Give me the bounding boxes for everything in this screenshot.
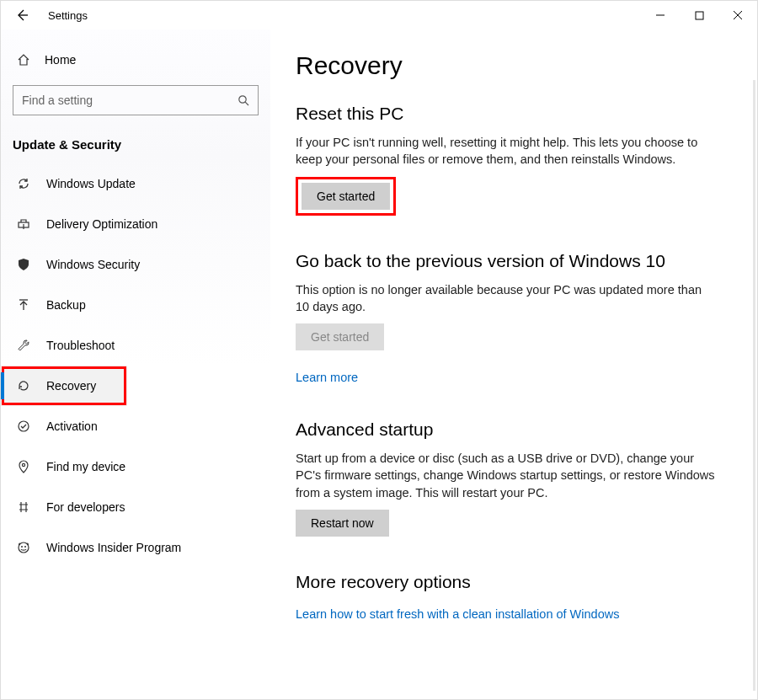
maximize-icon [695,11,704,20]
sidebar-item-label: Troubleshoot [46,339,115,352]
check-circle-icon [16,419,31,434]
svg-point-4 [22,463,24,466]
svg-point-6 [21,546,23,548]
sidebar-item-label: Activation [46,419,98,433]
sidebar-item-label: Recovery [46,379,96,393]
goback-desc: This option is no longer available becau… [296,281,717,316]
delivery-icon [16,216,31,232]
section-reset-this-pc: Reset this PC If your PC isn't running w… [296,104,732,216]
search-icon [238,94,249,106]
sidebar-item-windows-insider[interactable]: Windows Insider Program [1,527,270,568]
section-go-back: Go back to the previous version of Windo… [296,251,732,385]
arrow-left-icon [15,8,29,22]
shield-icon [16,257,31,272]
minimize-button[interactable] [641,1,680,29]
highlight-box: Get started [296,177,396,216]
sidebar-home[interactable]: Home [1,43,270,77]
wrench-icon [16,338,31,353]
advanced-heading: Advanced startup [296,419,732,440]
sidebar: Home Update & Security Windows Update De… [1,29,270,699]
reset-desc: If your PC isn't running well, resetting… [296,134,717,168]
goback-get-started-button: Get started [296,323,384,350]
sidebar-item-recovery[interactable]: Recovery [1,366,127,406]
svg-point-7 [24,546,26,548]
sidebar-item-windows-update[interactable]: Windows Update [1,163,270,204]
maximize-button[interactable] [680,1,718,29]
back-button[interactable] [13,6,31,24]
search-input[interactable] [22,94,238,107]
sidebar-item-label: Backup [46,298,86,312]
backup-icon [16,297,31,313]
sidebar-nav: Windows Update Delivery Optimization Win… [1,163,270,568]
sidebar-item-label: Windows Security [46,258,140,271]
sidebar-section-header: Update & Security [13,137,259,152]
content-pane[interactable]: Recovery Reset this PC If your PC isn't … [270,29,757,699]
search-box[interactable] [13,85,259,115]
recovery-icon [16,378,31,393]
titlebar: Settings [1,1,757,29]
sidebar-item-label: Windows Update [46,177,136,190]
sidebar-home-label: Home [45,53,76,67]
page-title: Recovery [296,51,732,80]
sidebar-item-label: Delivery Optimization [46,217,157,231]
sidebar-item-label: For developers [46,500,125,514]
window-controls [641,1,757,29]
sidebar-item-find-my-device[interactable]: Find my device [1,446,270,487]
window-title: Settings [48,9,88,22]
goback-learn-more-link[interactable]: Learn more [296,371,358,384]
reset-heading: Reset this PC [296,104,732,124]
settings-window: Settings Home [0,0,758,700]
developers-icon [16,500,31,515]
close-button[interactable] [718,1,757,29]
insider-icon [16,540,31,555]
close-icon [733,10,743,20]
more-recovery-link[interactable]: Learn how to start fresh with a clean in… [296,607,619,621]
svg-point-3 [19,421,29,431]
sidebar-item-label: Windows Insider Program [46,541,181,554]
minimize-icon [655,10,665,20]
section-advanced-startup: Advanced startup Start up from a device … [296,419,732,537]
sidebar-item-backup[interactable]: Backup [1,285,270,325]
section-more-recovery: More recovery options Learn how to start… [296,572,732,621]
advanced-desc: Start up from a device or disc (such as … [296,450,717,501]
window-body: Home Update & Security Windows Update De… [1,29,757,699]
location-icon [16,459,31,474]
refresh-icon [16,176,31,191]
sidebar-item-delivery-optimization[interactable]: Delivery Optimization [1,204,270,244]
sidebar-item-label: Find my device [46,460,125,473]
home-icon [16,52,31,67]
restart-now-button[interactable]: Restart now [296,510,389,537]
sidebar-item-windows-security[interactable]: Windows Security [1,244,270,285]
sidebar-item-troubleshoot[interactable]: Troubleshoot [1,325,270,366]
svg-point-1 [239,96,246,103]
svg-rect-0 [696,12,703,19]
sidebar-item-for-developers[interactable]: For developers [1,487,270,527]
reset-get-started-button[interactable]: Get started [302,183,390,210]
goback-heading: Go back to the previous version of Windo… [296,251,732,271]
scrollbar[interactable] [753,80,755,691]
svg-point-5 [19,542,29,553]
sidebar-item-activation[interactable]: Activation [1,406,270,446]
more-heading: More recovery options [296,572,732,592]
